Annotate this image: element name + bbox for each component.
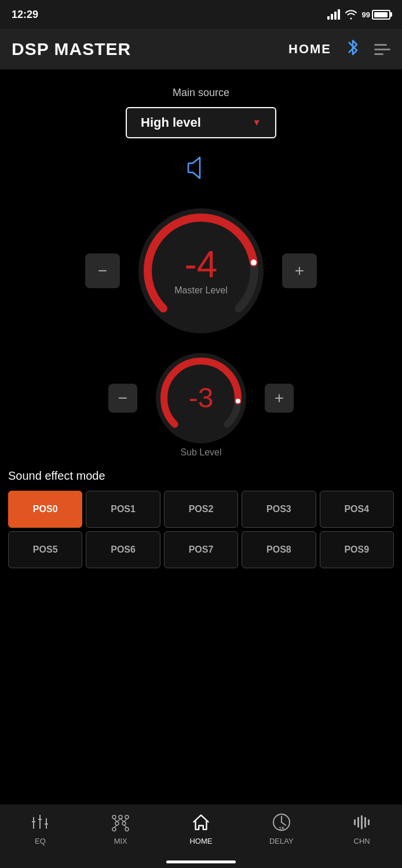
speaker-section	[0, 141, 402, 190]
nav-item-home[interactable]: HOME	[161, 811, 242, 845]
svg-point-12	[125, 827, 129, 831]
menu-line-1	[374, 44, 387, 46]
dropdown-arrow-icon: ▼	[252, 117, 261, 128]
master-knob-label: Master Level	[174, 285, 228, 296]
app-title: DSP MASTER	[12, 39, 277, 59]
svg-point-11	[112, 827, 116, 831]
svg-rect-21	[354, 819, 356, 825]
nav-item-chn[interactable]: CHN	[321, 811, 402, 845]
mix-icon	[109, 811, 131, 833]
master-decrease-button[interactable]: −	[85, 253, 120, 288]
app-header: DSP MASTER HOME	[0, 29, 402, 69]
svg-point-10	[122, 822, 126, 825]
sub-knob[interactable]: -3	[155, 352, 247, 444]
home-icon	[190, 811, 212, 833]
svg-rect-23	[361, 815, 363, 829]
pos-button-pos5[interactable]: POS5	[8, 531, 82, 568]
nav-label-eq: EQ	[35, 837, 46, 845]
svg-line-17	[114, 825, 117, 827]
svg-text:15: 15	[279, 826, 284, 832]
nav-label-home: HOME	[189, 837, 212, 845]
pos-button-pos1[interactable]: POS1	[86, 491, 160, 528]
master-level-section: − -4 Master Level +	[0, 190, 402, 346]
svg-rect-24	[364, 817, 366, 827]
status-icons: 99	[327, 9, 390, 20]
battery-icon	[372, 10, 390, 20]
svg-line-15	[120, 819, 124, 822]
nav-item-eq[interactable]: EQ	[0, 811, 81, 845]
pos-button-pos4[interactable]: POS4	[320, 491, 394, 528]
status-time: 12:29	[12, 9, 38, 21]
source-dropdown-value: High level	[141, 115, 201, 130]
svg-point-6	[112, 815, 116, 819]
speaker-icon[interactable]	[185, 152, 217, 184]
sub-increase-button[interactable]: +	[265, 384, 294, 413]
svg-line-18	[124, 825, 127, 827]
battery-indicator: 99	[362, 10, 390, 20]
bluetooth-icon[interactable]	[343, 38, 363, 61]
chn-icon	[351, 811, 373, 833]
pos-button-pos7[interactable]: POS7	[164, 531, 238, 568]
svg-rect-25	[368, 819, 370, 825]
eq-icon	[29, 811, 51, 833]
sub-knob-value: -3	[189, 384, 214, 412]
pos-button-pos6[interactable]: POS6	[86, 531, 160, 568]
nav-label-delay: DELAY	[269, 837, 294, 845]
master-knob-value: -4	[185, 246, 218, 283]
nav-label-chn: CHN	[354, 837, 370, 845]
nav-item-delay[interactable]: 15 DELAY	[241, 811, 321, 845]
sound-effect-title: Sound effect mode	[8, 469, 394, 483]
pos-button-pos8[interactable]: POS8	[242, 531, 316, 568]
main-source-section: Main source High level ▼	[0, 81, 402, 141]
pos-button-pos3[interactable]: POS3	[242, 491, 316, 528]
header-home-label: HOME	[288, 42, 331, 57]
status-bar: 12:29 99	[0, 0, 402, 29]
wifi-icon	[345, 9, 357, 20]
master-knob-inner: -4 Master Level	[174, 246, 228, 296]
svg-rect-22	[357, 817, 359, 827]
svg-line-16	[124, 819, 127, 822]
sound-effect-section: Sound effect mode POS0POS1POS2POS3POS4 P…	[0, 462, 402, 578]
svg-point-8	[125, 815, 129, 819]
svg-point-7	[119, 815, 122, 819]
sub-level-label: Sub Level	[0, 447, 402, 462]
sub-knob-inner: -3	[189, 384, 214, 412]
svg-line-13	[114, 819, 117, 822]
sub-decrease-button[interactable]: −	[108, 384, 137, 413]
battery-level: 99	[362, 10, 370, 19]
master-increase-button[interactable]: +	[282, 253, 317, 288]
delay-icon: 15	[271, 811, 293, 833]
menu-line-3	[374, 53, 383, 55]
pos-button-pos0[interactable]: POS0	[8, 491, 82, 528]
pos-button-pos9[interactable]: POS9	[320, 531, 394, 568]
pos-grid-row1: POS0POS1POS2POS3POS4	[8, 491, 394, 528]
main-source-label: Main source	[173, 87, 229, 99]
nav-label-mix: MIX	[114, 837, 127, 845]
home-indicator	[166, 860, 236, 863]
signal-bars-icon	[327, 9, 340, 20]
pos-button-pos2[interactable]: POS2	[164, 491, 238, 528]
svg-point-9	[115, 822, 119, 825]
master-knob[interactable]: -4 Master Level	[137, 207, 265, 334]
svg-line-14	[117, 819, 120, 822]
pos-grid-row2: POS5POS6POS7POS8POS9	[8, 531, 394, 568]
bottom-nav: EQ MIX	[0, 804, 402, 868]
menu-button[interactable]	[374, 44, 390, 55]
source-dropdown[interactable]: High level ▼	[126, 107, 276, 138]
sub-level-section: − -3 +	[0, 346, 402, 447]
main-content: Main source High level ▼ − -4 Master Lev…	[0, 69, 402, 589]
menu-line-2	[374, 49, 390, 50]
nav-item-mix[interactable]: MIX	[81, 811, 161, 845]
